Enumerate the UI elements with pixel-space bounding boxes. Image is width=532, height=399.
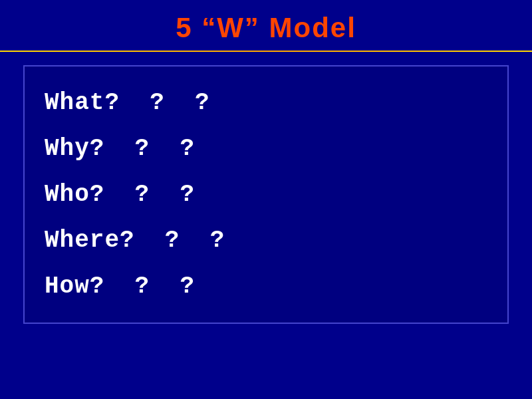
content-box: What? ? ? Why? ? ? Who? ? ? Where? ? ? H… — [23, 65, 509, 324]
item-what: What? ? ? — [45, 80, 487, 126]
item-where: Where? ? ? — [45, 217, 487, 263]
item-how: How? ? ? — [45, 263, 487, 309]
item-why: Why? ? ? — [45, 126, 487, 172]
page-title: 5 “W” Model — [0, 12, 532, 44]
divider — [0, 51, 532, 52]
title-section: 5 “W” Model — [0, 0, 532, 51]
slide-container: 5 “W” Model What? ? ? Why? ? ? Who? ? ? … — [0, 0, 532, 399]
item-who: Who? ? ? — [45, 172, 487, 217]
